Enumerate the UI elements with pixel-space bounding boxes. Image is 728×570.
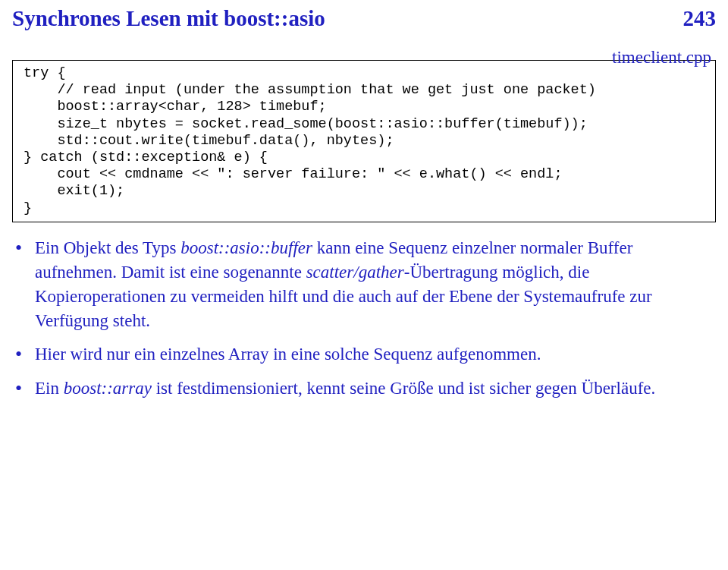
code-listing: try { // read input (under the assumptio… [12,60,716,222]
bullet-text: Ein Objekt des Typs [35,238,180,257]
italic-term: scatter/gather [306,263,404,282]
bullet-text: Ein [35,379,64,398]
list-item: Hier wird nur ein einzelnes Array in ein… [12,342,716,367]
italic-term: boost::asio::buffer [180,238,312,257]
slide-header: Synchrones Lesen mit boost::asio 243 [12,6,716,31]
list-item: Ein Objekt des Typs boost::asio::buffer … [12,236,716,334]
bullet-text: ist festdimensioniert, kennt seine Größe… [152,379,655,398]
slide-title: Synchrones Lesen mit boost::asio [12,6,325,31]
italic-term: boost::array [64,379,152,398]
list-item: Ein boost::array ist festdimensioniert, … [12,376,716,401]
bullet-text: Hier wird nur ein einzelnes Array in ein… [35,345,541,364]
bullet-list: Ein Objekt des Typs boost::asio::buffer … [12,236,716,401]
slide-number: 243 [683,6,717,31]
